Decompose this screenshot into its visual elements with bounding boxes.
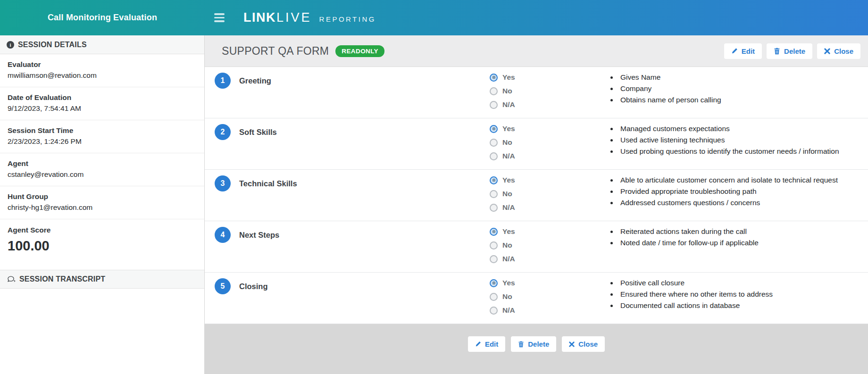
radio-yes[interactable]: Yes (490, 124, 609, 133)
menu-button[interactable] (211, 10, 227, 25)
radio-label: No (502, 241, 512, 249)
field-value: mwilliamson@revation.com (8, 71, 197, 80)
close-icon (824, 48, 830, 54)
radio-label: N/A (502, 152, 515, 160)
radio-selected-icon (490, 176, 498, 184)
criteria-item: Documented call actions in database (618, 300, 859, 311)
question-options: YesNoN/A (490, 221, 609, 272)
top-header: Call Monitoring Evaluation LINK LIVE REP… (0, 0, 868, 35)
question-criteria: Reiterated actions taken during the call… (609, 221, 868, 272)
question-label: Soft Skills (239, 124, 277, 140)
question-row: 4 Next Steps YesNoN/A Reiterated actions… (205, 221, 868, 273)
radio-no[interactable]: No (490, 241, 609, 250)
logo-link: LINK (243, 10, 276, 25)
edit-button[interactable]: Edit (724, 43, 762, 59)
radio-unselected-icon (490, 152, 498, 160)
question-number-badge: 5 (215, 278, 231, 294)
question-number-badge: 4 (215, 227, 231, 243)
question-list: 1 Greeting YesNoN/A Gives NameCompanyObt… (205, 67, 868, 324)
question-options: YesNoN/A (490, 118, 609, 169)
session-field: Evaluator mwilliamson@revation.com (0, 54, 204, 87)
field-label: Session Start Time (8, 126, 197, 135)
agent-score-value: 100.00 (8, 238, 50, 253)
radio-unselected-icon (490, 204, 498, 212)
header-actions: Edit Delete Close (724, 43, 860, 59)
radio-unselected-icon (490, 241, 498, 249)
session-details-header[interactable]: i SESSION DETAILS (0, 35, 204, 54)
criteria-item: Addressed customers questions / concerns (618, 197, 859, 208)
question-options: YesNoN/A (490, 170, 609, 221)
radio-yes[interactable]: Yes (490, 278, 609, 288)
radio-yes[interactable]: Yes (490, 73, 609, 82)
radio-no[interactable]: No (490, 292, 609, 301)
criteria-item: Able to articulate customer concern and … (618, 175, 859, 186)
radio-no[interactable]: No (490, 138, 609, 147)
question-number-badge: 1 (215, 73, 231, 89)
trash-icon (774, 48, 780, 55)
trash-icon (518, 341, 524, 348)
delete-button-bottom[interactable]: Delete (511, 336, 556, 352)
radio-unselected-icon (490, 101, 498, 109)
question-row: 2 Soft Skills YesNoN/A Managed customers… (205, 118, 868, 170)
question-label: Technical Skills (239, 175, 297, 191)
question-options: YesNoN/A (490, 67, 609, 118)
close-button[interactable]: Close (817, 43, 860, 59)
radio-no[interactable]: No (490, 189, 609, 199)
radio-na[interactable]: N/A (490, 203, 609, 212)
radio-selected-icon (490, 228, 498, 236)
question-options: YesNoN/A (490, 273, 609, 324)
field-label: Agent (8, 159, 197, 168)
form-title: SUPPORT QA FORM (222, 45, 329, 58)
footer-actions: Edit Delete Close (205, 324, 868, 374)
criteria-item: Provided appropriate troubleshooting pat… (618, 186, 859, 197)
radio-label: Yes (502, 279, 515, 287)
field-value: 2/23/2023, 1:24:26 PM (8, 137, 197, 146)
question-criteria: Gives NameCompanyObtains name of person … (609, 67, 868, 118)
question-criteria: Able to articulate customer concern and … (609, 170, 868, 221)
question-label: Greeting (239, 73, 271, 89)
chat-icon (7, 276, 16, 283)
radio-yes[interactable]: Yes (490, 175, 609, 185)
radio-yes[interactable]: Yes (490, 227, 609, 236)
session-transcript-title: SESSION TRANSCRIPT (19, 275, 105, 283)
radio-label: No (502, 87, 512, 95)
radio-label: No (502, 138, 512, 147)
logo-reporting: REPORTING (319, 15, 376, 23)
field-label: Hunt Group (8, 192, 197, 201)
hamburger-icon (214, 13, 225, 15)
session-details-title: SESSION DETAILS (18, 41, 87, 49)
radio-selected-icon (490, 74, 498, 82)
question-criteria: Positive call closureEnsured there where… (609, 273, 868, 324)
radio-na[interactable]: N/A (490, 254, 609, 264)
field-value: cstanley@revation.com (8, 170, 197, 179)
form-header: SUPPORT QA FORM READONLY Edit Delete (205, 35, 868, 67)
radio-selected-icon (490, 125, 498, 133)
criteria-item: Positive call closure (618, 277, 859, 289)
linklive-logo: LINK LIVE REPORTING (243, 10, 376, 25)
session-transcript-header[interactable]: SESSION TRANSCRIPT (0, 270, 204, 289)
criteria-item: Ensured there where no other items to ad… (618, 289, 859, 300)
question-row: 5 Closing YesNoN/A Positive call closure… (205, 273, 868, 324)
edit-button-bottom[interactable]: Edit (468, 336, 505, 352)
session-field: Agent cstanley@revation.com (0, 153, 204, 186)
field-value: 9/12/2023, 7:54:41 AM (8, 104, 197, 113)
criteria-item: Obtains name of person calling (618, 94, 859, 106)
question-label: Next Steps (239, 227, 279, 243)
pencil-icon (475, 341, 481, 347)
radio-unselected-icon (490, 139, 498, 147)
radio-na[interactable]: N/A (490, 306, 609, 315)
radio-selected-icon (490, 279, 498, 287)
question-row: 3 Technical Skills YesNoN/A Able to arti… (205, 170, 868, 221)
radio-unselected-icon (490, 307, 498, 315)
agent-score-field: Agent Score 100.00 (0, 219, 204, 270)
session-fields: Evaluator mwilliamson@revation.com Date … (0, 54, 204, 219)
logo-live: LIVE (276, 10, 312, 25)
close-button-bottom[interactable]: Close (562, 336, 605, 352)
field-label: Evaluator (8, 60, 197, 69)
radio-label: N/A (502, 255, 515, 263)
delete-button[interactable]: Delete (767, 43, 812, 59)
radio-label: No (502, 190, 512, 198)
radio-no[interactable]: No (490, 86, 609, 96)
radio-na[interactable]: N/A (490, 151, 609, 161)
radio-na[interactable]: N/A (490, 100, 609, 109)
